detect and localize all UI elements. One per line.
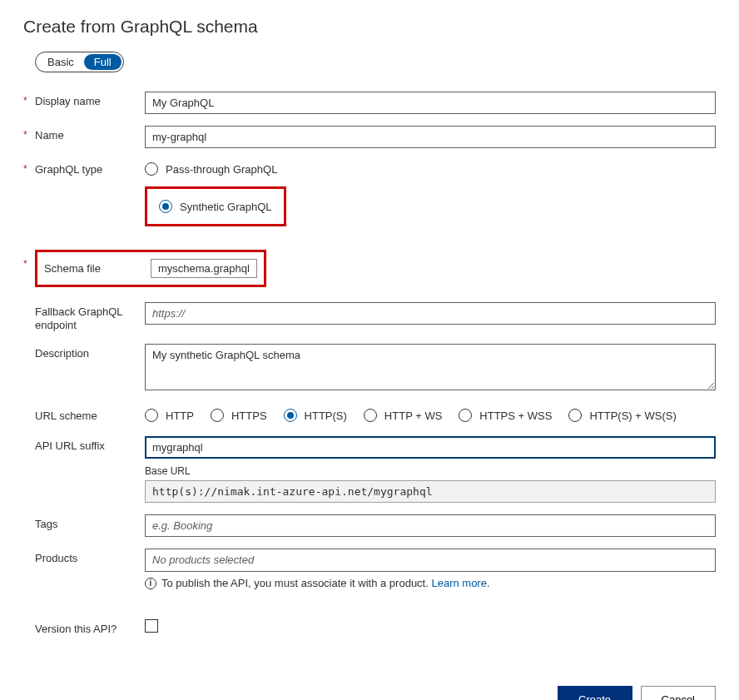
create-button[interactable]: Create bbox=[558, 686, 632, 700]
synthetic-highlight: Synthetic GraphQL bbox=[145, 186, 286, 226]
radio-https-wss-both[interactable] bbox=[568, 409, 582, 422]
name-input[interactable] bbox=[145, 126, 716, 148]
display-name-input[interactable] bbox=[145, 92, 716, 114]
version-api-label: Version this API? bbox=[35, 619, 145, 636]
version-api-checkbox[interactable] bbox=[145, 619, 158, 633]
graphql-type-label: GraphQL type bbox=[35, 160, 145, 176]
learn-more-link[interactable]: Learn more. bbox=[431, 577, 489, 589]
fallback-endpoint-label: Fallback GraphQL endpoint bbox=[35, 302, 145, 332]
tags-label: Tags bbox=[35, 514, 145, 531]
description-label: Description bbox=[35, 344, 145, 360]
api-url-suffix-label: API URL suffix bbox=[35, 436, 145, 453]
description-input[interactable]: My synthetic GraphQL schema bbox=[145, 344, 716, 390]
name-label: Name bbox=[35, 126, 145, 142]
radio-http[interactable] bbox=[145, 409, 158, 422]
radio-https-wss-label: HTTPS + WSS bbox=[479, 410, 552, 422]
radio-https-label: HTTPS bbox=[231, 410, 267, 422]
radio-http-label: HTTP bbox=[166, 410, 194, 422]
cancel-button[interactable]: Cancel bbox=[641, 686, 716, 700]
display-name-label: Display name bbox=[35, 92, 145, 108]
radio-https-both-label: HTTP(S) bbox=[305, 410, 347, 422]
toggle-basic[interactable]: Basic bbox=[37, 54, 84, 70]
radio-http-ws[interactable] bbox=[364, 409, 377, 422]
schema-file-chip[interactable]: myschema.graphql bbox=[151, 259, 257, 278]
info-icon: i bbox=[145, 578, 156, 589]
required-indicator: * bbox=[23, 126, 35, 141]
required-indicator: * bbox=[23, 255, 35, 270]
view-toggle[interactable]: Basic Full bbox=[35, 52, 124, 72]
schema-file-label: Schema file bbox=[44, 262, 154, 275]
page-title: Create from GraphQL schema bbox=[23, 17, 716, 37]
toggle-full[interactable]: Full bbox=[84, 54, 122, 70]
publish-info-text: To publish the API, you must associate i… bbox=[161, 577, 490, 589]
fallback-endpoint-input[interactable] bbox=[145, 302, 716, 325]
radio-synthetic-label: Synthetic GraphQL bbox=[180, 201, 272, 213]
products-input[interactable]: No products selected bbox=[145, 549, 716, 572]
api-url-suffix-input[interactable] bbox=[145, 436, 716, 459]
required-indicator: * bbox=[23, 160, 35, 175]
radio-https[interactable] bbox=[211, 409, 224, 422]
products-placeholder: No products selected bbox=[152, 554, 254, 566]
base-url-value: http(s)://nimak.int-azure-api.net/mygrap… bbox=[145, 480, 716, 503]
schema-file-highlight: Schema file myschema.graphql bbox=[35, 250, 266, 287]
radio-synthetic[interactable] bbox=[159, 200, 172, 213]
radio-http-ws-label: HTTP + WS bbox=[384, 410, 442, 422]
radio-https-wss-both-label: HTTP(S) + WS(S) bbox=[589, 410, 676, 422]
url-scheme-label: URL scheme bbox=[35, 406, 145, 423]
required-indicator: * bbox=[23, 92, 35, 107]
tags-input[interactable] bbox=[145, 514, 716, 537]
products-label: Products bbox=[35, 549, 145, 565]
base-url-label: Base URL bbox=[145, 465, 716, 477]
radio-passthrough[interactable] bbox=[145, 162, 158, 176]
radio-https-wss[interactable] bbox=[459, 409, 472, 422]
radio-https-both[interactable] bbox=[284, 409, 297, 422]
radio-passthrough-label: Pass-through GraphQL bbox=[166, 163, 277, 176]
